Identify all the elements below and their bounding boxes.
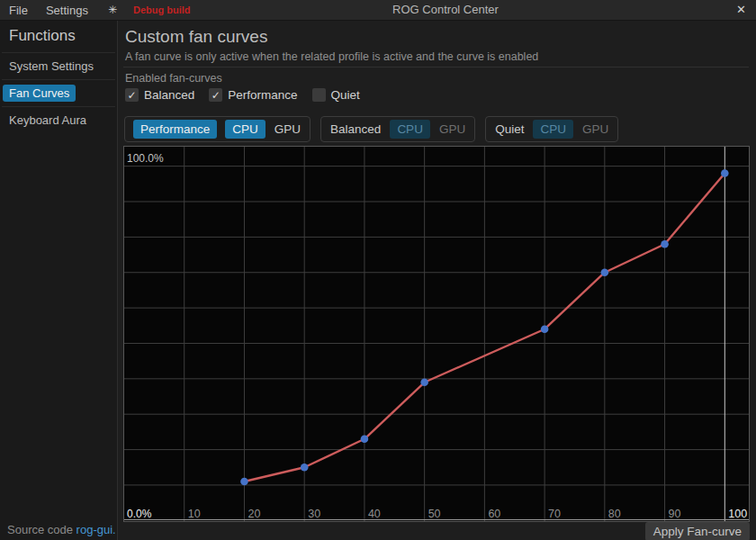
tab-gpu-performance[interactable]: GPU xyxy=(274,120,302,139)
theme-sun-icon[interactable]: ✳ xyxy=(108,4,117,16)
sidebar: Functions System Settings Fan Curves Key… xyxy=(0,21,118,540)
x-tick-label: 50 xyxy=(428,508,441,520)
sidebar-item-keyboard-aura[interactable]: Keyboard Aura xyxy=(0,107,117,133)
checkbox-label: Balanced xyxy=(144,88,194,102)
window-title: ROG Control Center xyxy=(392,0,499,20)
tab-cpu-quiet[interactable]: CPU xyxy=(533,120,573,139)
page-subtitle: A fan curve is only active when the rela… xyxy=(125,50,538,63)
x-tick-label: 100 xyxy=(728,508,747,520)
curve-point[interactable] xyxy=(240,478,248,486)
checkbox-label: Performance xyxy=(228,88,297,102)
x-tick-label: 60 xyxy=(488,508,500,520)
debug-build-badge: Debug build xyxy=(133,4,191,15)
curve-point[interactable] xyxy=(601,268,609,276)
fan-curve-chart-container: 102030405060708090100100.0%0.0% xyxy=(123,146,750,522)
enabled-fan-curves-label: Enabled fan-curves xyxy=(125,72,222,85)
curve-point[interactable] xyxy=(661,240,669,248)
checkbox-quiet[interactable]: Quiet xyxy=(312,88,360,102)
profile-button-performance[interactable]: Performance xyxy=(133,120,217,139)
x-tick-label: 70 xyxy=(548,508,561,520)
profile-group-balanced: Balanced CPU GPU xyxy=(320,116,475,142)
close-icon[interactable]: ✕ xyxy=(736,0,746,20)
profile-button-balanced[interactable]: Balanced xyxy=(329,120,382,139)
titlebar: File Settings ✳ Debug build ROG Control … xyxy=(0,0,756,21)
source-code-text: Source code xyxy=(7,523,76,536)
checkbox-check-icon: ✓ xyxy=(125,88,139,102)
fan-curve-chart[interactable]: 102030405060708090100100.0%0.0% xyxy=(124,147,749,521)
curve-point[interactable] xyxy=(721,169,729,177)
checkbox-label: Quiet xyxy=(331,88,360,102)
sidebar-header: Functions xyxy=(0,21,117,52)
tab-gpu-quiet[interactable]: GPU xyxy=(581,120,609,139)
x-tick-label: 10 xyxy=(188,508,201,520)
profile-group-performance: Performance CPU GPU xyxy=(124,116,310,142)
x-tick-label: 80 xyxy=(608,508,621,520)
apply-fan-curve-button[interactable]: Apply Fan-curve xyxy=(645,522,750,540)
tab-cpu-performance[interactable]: CPU xyxy=(225,120,266,139)
x-tick-label: 30 xyxy=(308,508,320,520)
curve-point[interactable] xyxy=(361,435,369,443)
x-tick-label: 90 xyxy=(669,508,681,520)
menu-settings[interactable]: Settings xyxy=(46,4,88,17)
tab-cpu-balanced[interactable]: CPU xyxy=(390,120,430,139)
profile-tab-row: Performance CPU GPU Balanced CPU GPU Qui… xyxy=(124,116,618,142)
checkbox-empty-box xyxy=(312,88,326,102)
sidebar-item-system-settings[interactable]: System Settings xyxy=(0,53,117,79)
sidebar-item-label: Keyboard Aura xyxy=(9,113,86,127)
x-tick-label: 40 xyxy=(368,508,381,520)
rog-control-center-window: File Settings ✳ Debug build ROG Control … xyxy=(0,0,756,540)
profile-button-quiet[interactable]: Quiet xyxy=(494,120,525,139)
divider xyxy=(123,67,749,68)
profile-group-quiet: Quiet CPU GPU xyxy=(485,116,618,142)
checkbox-performance[interactable]: ✓ Performance xyxy=(209,88,297,102)
curve-point[interactable] xyxy=(541,325,549,333)
sidebar-item-label: Fan Curves xyxy=(3,85,76,102)
y-min-label: 0.0% xyxy=(127,508,152,520)
x-tick-label: 20 xyxy=(248,508,260,520)
sidebar-item-label: System Settings xyxy=(9,59,94,73)
y-max-label: 100.0% xyxy=(127,152,164,165)
source-code-note: Source code rog-gui. xyxy=(7,523,116,536)
enabled-checkbox-row: ✓ Balanced ✓ Performance Quiet xyxy=(125,88,360,102)
sidebar-item-fan-curves[interactable]: Fan Curves xyxy=(0,80,117,106)
checkbox-balanced[interactable]: ✓ Balanced xyxy=(125,88,194,102)
rog-gui-link[interactable]: rog-gui. xyxy=(76,523,116,536)
curve-point[interactable] xyxy=(301,464,309,472)
menubar: File Settings xyxy=(0,4,88,17)
menu-file[interactable]: File xyxy=(9,4,28,17)
checkbox-check-icon: ✓ xyxy=(209,88,222,102)
tab-gpu-balanced[interactable]: GPU xyxy=(438,120,466,139)
main-panel: Custom fan curves A fan curve is only ac… xyxy=(118,21,756,540)
curve-point[interactable] xyxy=(420,378,428,386)
page-title: Custom fan curves xyxy=(125,27,267,47)
